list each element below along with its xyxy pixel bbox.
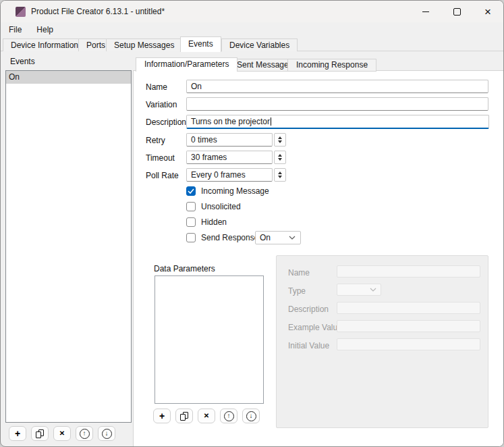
name-input[interactable]: On bbox=[186, 80, 488, 93]
data-parameters-list[interactable] bbox=[155, 275, 264, 404]
plus-icon: + bbox=[15, 429, 20, 438]
send-response-checkbox[interactable] bbox=[186, 233, 196, 242]
param-example-value-label: Example Value bbox=[288, 323, 342, 332]
timeout-value: 30 frames bbox=[191, 153, 227, 162]
tab-device-variables[interactable]: Device Variables bbox=[221, 38, 298, 51]
variation-input[interactable] bbox=[186, 97, 488, 111]
close-icon: × bbox=[484, 6, 491, 18]
text-caret bbox=[271, 117, 271, 126]
subtab-incoming-response[interactable]: Incoming Response bbox=[287, 59, 376, 72]
tab-device-information[interactable]: Device Information bbox=[3, 38, 86, 51]
chevron-down-icon bbox=[289, 236, 296, 240]
name-label: Name bbox=[146, 82, 167, 92]
param-example-value-input bbox=[337, 320, 480, 332]
maximize-icon bbox=[453, 8, 461, 16]
tab-events[interactable]: Events bbox=[180, 36, 221, 52]
add-parameter-button[interactable]: + bbox=[153, 409, 171, 423]
variation-label: Variation bbox=[146, 100, 177, 109]
poll-rate-spinner[interactable] bbox=[274, 168, 286, 182]
retry-spinner[interactable] bbox=[274, 133, 286, 147]
param-description-input bbox=[337, 302, 480, 314]
events-list[interactable]: On bbox=[5, 70, 132, 423]
spin-down-icon bbox=[278, 140, 282, 143]
close-button[interactable]: × bbox=[472, 1, 503, 22]
menu-file[interactable]: File bbox=[7, 24, 23, 36]
incoming-message-label: Incoming Message bbox=[201, 186, 269, 196]
param-name-label: Name bbox=[288, 268, 310, 278]
delete-event-button[interactable]: ✕ bbox=[53, 426, 71, 441]
events-panel-label: Events bbox=[10, 57, 35, 66]
minimize-icon bbox=[422, 11, 429, 12]
duplicate-event-button[interactable] bbox=[31, 426, 49, 441]
app-logo-icon bbox=[16, 7, 26, 17]
main-tab-bar: Device Information Ports Setup Messages … bbox=[1, 36, 503, 51]
move-event-up-button[interactable]: ↑ bbox=[76, 426, 93, 441]
incoming-message-row: Incoming Message bbox=[186, 186, 269, 196]
send-response-selected-value: On bbox=[260, 233, 271, 242]
param-description-label: Description bbox=[288, 305, 329, 314]
menu-help[interactable]: Help bbox=[35, 24, 55, 36]
add-event-button[interactable]: + bbox=[9, 426, 26, 441]
spin-up-icon bbox=[278, 172, 282, 174]
app-window: Product File Creator 6.13.1 - untitled* … bbox=[0, 0, 504, 447]
move-event-down-button[interactable]: ↓ bbox=[98, 426, 115, 441]
param-name-input bbox=[337, 265, 480, 278]
timeout-label: Timeout bbox=[146, 153, 175, 163]
poll-rate-input[interactable]: Every 0 frames bbox=[186, 168, 273, 182]
arrow-down-circle-icon: ↓ bbox=[246, 411, 256, 421]
incoming-message-checkbox[interactable] bbox=[186, 186, 196, 196]
retry-label: Retry bbox=[146, 136, 165, 145]
description-label: Description bbox=[146, 117, 186, 127]
spin-up-icon bbox=[278, 136, 282, 139]
duplicate-parameter-button[interactable] bbox=[175, 409, 193, 423]
send-response-select[interactable]: On bbox=[255, 231, 301, 244]
check-icon bbox=[188, 188, 194, 194]
arrow-up-circle-icon: ↑ bbox=[80, 429, 90, 439]
data-parameters-label: Data Parameters bbox=[154, 264, 215, 273]
move-parameter-up-button[interactable]: ↑ bbox=[220, 409, 237, 423]
arrow-up-circle-icon: ↑ bbox=[224, 411, 234, 421]
param-type-label: Type bbox=[288, 286, 306, 296]
retry-value: 0 times bbox=[191, 135, 217, 144]
delete-icon: ✕ bbox=[59, 430, 65, 437]
move-parameter-down-button[interactable]: ↓ bbox=[242, 409, 260, 423]
events-toolbar: + ✕ ↑ ↓ bbox=[9, 426, 115, 441]
spin-down-icon bbox=[278, 158, 282, 161]
poll-rate-value: Every 0 frames bbox=[191, 170, 246, 180]
chevron-down-icon bbox=[370, 288, 376, 292]
timeout-spinner[interactable] bbox=[274, 151, 286, 164]
copy-icon bbox=[36, 429, 44, 438]
tab-setup-messages[interactable]: Setup Messages bbox=[106, 38, 182, 51]
unsolicited-label: Unsolicited bbox=[201, 202, 241, 211]
copy-icon bbox=[180, 412, 188, 421]
subtab-information-parameters[interactable]: Information/Parameters bbox=[136, 57, 237, 72]
name-value: On bbox=[191, 82, 202, 91]
data-parameters-toolbar: + ✕ ↑ ↓ bbox=[153, 409, 260, 423]
hidden-row: Hidden bbox=[186, 217, 227, 227]
description-value: Turns on the projector bbox=[191, 117, 270, 126]
poll-rate-label: Poll Rate bbox=[146, 171, 179, 180]
param-initial-value-input bbox=[337, 338, 480, 350]
minimize-button[interactable] bbox=[410, 1, 441, 22]
timeout-input[interactable]: 30 frames bbox=[186, 151, 273, 164]
send-response-label: Send Response bbox=[201, 233, 258, 242]
unsolicited-row: Unsolicited bbox=[186, 202, 241, 211]
spin-down-icon bbox=[278, 176, 282, 178]
list-item[interactable]: On bbox=[6, 71, 131, 84]
arrow-down-circle-icon: ↓ bbox=[102, 429, 112, 439]
parameter-detail-panel: Name Type Description Example Value Init… bbox=[276, 255, 488, 428]
hidden-checkbox[interactable] bbox=[186, 217, 196, 227]
unsolicited-checkbox[interactable] bbox=[186, 202, 196, 211]
param-type-select bbox=[337, 284, 381, 296]
maximize-button[interactable] bbox=[441, 1, 472, 22]
menu-bar: File Help bbox=[1, 22, 504, 36]
plus-icon: + bbox=[159, 411, 165, 421]
window-controls: × bbox=[410, 1, 503, 22]
retry-input[interactable]: 0 times bbox=[186, 133, 273, 147]
hidden-label: Hidden bbox=[201, 217, 227, 227]
send-response-row: Send Response bbox=[186, 233, 258, 242]
title-bar[interactable]: Product File Creator 6.13.1 - untitled* … bbox=[1, 1, 503, 22]
delete-parameter-button[interactable]: ✕ bbox=[198, 409, 215, 423]
window-title: Product File Creator 6.13.1 - untitled* bbox=[31, 7, 165, 16]
description-input[interactable]: Turns on the projector bbox=[186, 115, 489, 129]
